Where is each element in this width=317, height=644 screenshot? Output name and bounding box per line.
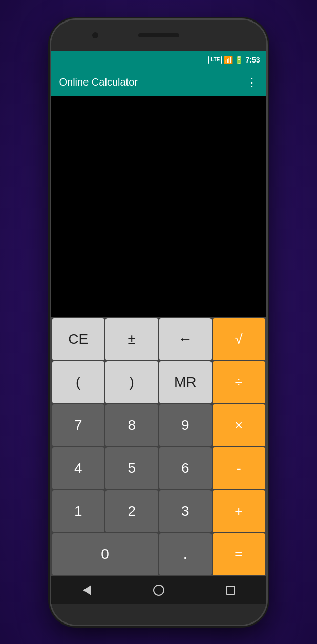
home-icon (153, 585, 164, 596)
backspace-button[interactable]: ← (159, 318, 212, 360)
plus-minus-button[interactable]: ± (105, 318, 158, 360)
keypad: CE±←√()MR÷789×456-123+0.= (51, 317, 266, 576)
app-title: Online Calculator (59, 76, 246, 88)
phone-screen: LTE 📶 🔋 7:53 Online Calculator ⋮ CE±←√()… (51, 51, 266, 604)
add-button[interactable]: + (213, 490, 265, 532)
close-paren-button[interactable]: ) (105, 361, 158, 403)
toolbar: Online Calculator ⋮ (51, 69, 266, 96)
home-button[interactable] (146, 577, 172, 603)
clear-entry-button[interactable]: CE (52, 318, 105, 360)
back-button[interactable] (74, 577, 100, 603)
nav-bar (51, 576, 266, 604)
recent-icon (226, 586, 235, 595)
four-button[interactable]: 4 (52, 447, 105, 489)
open-paren-button[interactable]: ( (52, 361, 105, 403)
phone-top (51, 20, 266, 51)
sqrt-button[interactable]: √ (213, 318, 265, 360)
memory-recall-button[interactable]: MR (159, 361, 212, 403)
status-bar: LTE 📶 🔋 7:53 (51, 51, 266, 69)
phone-bottom (51, 604, 266, 625)
decimal-button[interactable]: . (159, 533, 212, 575)
back-icon (83, 585, 91, 595)
subtract-button[interactable]: - (213, 447, 265, 489)
six-button[interactable]: 6 (159, 447, 212, 489)
five-button[interactable]: 5 (105, 447, 158, 489)
one-button[interactable]: 1 (52, 490, 105, 532)
multiply-button[interactable]: × (213, 404, 265, 446)
zero-button[interactable]: 0 (52, 533, 158, 575)
battery-icon: 🔋 (235, 56, 243, 64)
display-area (51, 96, 266, 317)
speaker (138, 33, 179, 37)
eight-button[interactable]: 8 (105, 404, 158, 446)
recent-button[interactable] (218, 577, 243, 603)
camera (92, 32, 98, 38)
nine-button[interactable]: 9 (159, 404, 212, 446)
two-button[interactable]: 2 (105, 490, 158, 532)
status-icons: LTE 📶 🔋 7:53 (208, 56, 260, 64)
signal-icon: 📶 (224, 56, 233, 64)
menu-button[interactable]: ⋮ (246, 77, 258, 88)
equals-button[interactable]: = (213, 533, 265, 575)
divide-button[interactable]: ÷ (213, 361, 265, 403)
time-label: 7:53 (245, 56, 260, 64)
three-button[interactable]: 3 (159, 490, 212, 532)
lte-icon: LTE (208, 56, 222, 64)
phone-frame: LTE 📶 🔋 7:53 Online Calculator ⋮ CE±←√()… (51, 20, 266, 625)
seven-button[interactable]: 7 (52, 404, 105, 446)
